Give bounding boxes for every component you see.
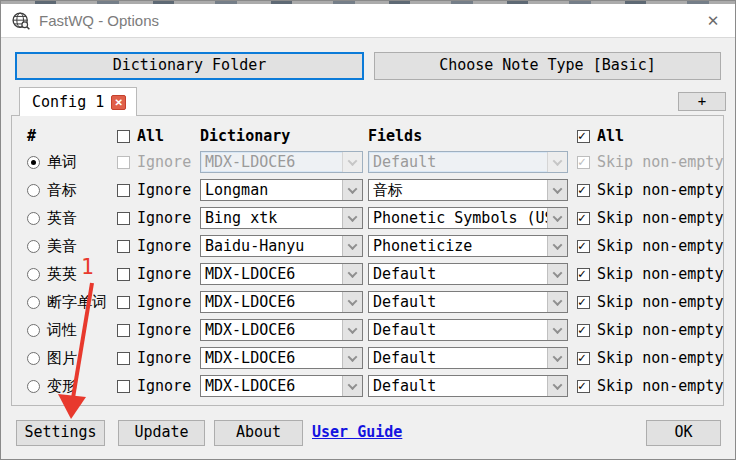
dictionary-select[interactable]: MDX-LDOCE6 [200, 151, 363, 173]
table-row-4: 美音 Ignore Baidu-Hanyu Phoneticize Skip n… [12, 232, 723, 260]
table-row-9: 变形 Ignore MDX-LDOCE6 Default Skip non-em… [12, 372, 723, 400]
row-label: 词性 [47, 321, 77, 340]
header-dictionary: Dictionary [200, 127, 368, 145]
checkbox-icon [577, 352, 590, 365]
ignore-checkbox[interactable]: Ignore [117, 377, 191, 395]
chevron-down-icon [342, 348, 362, 368]
ignore-checkbox[interactable]: Ignore [117, 349, 191, 367]
dictionary-select[interactable]: MDX-LDOCE6 [200, 263, 363, 285]
skip-checkbox[interactable]: Skip non-empty [577, 265, 723, 283]
checkbox-icon [117, 352, 130, 365]
checkbox-icon [577, 380, 590, 393]
options-dialog: FastWQ - Options ✕ Dictionary Folder Cho… [0, 0, 736, 460]
fields-select[interactable]: Default [368, 347, 568, 369]
checkbox-icon [117, 130, 130, 143]
choose-note-type-button[interactable]: Choose Note Type [Basic] [374, 52, 721, 80]
ignore-checkbox[interactable]: Ignore [117, 237, 191, 255]
ignore-checkbox[interactable]: Ignore [117, 293, 191, 311]
chevron-down-icon [547, 348, 567, 368]
table-row-5: 英英 Ignore MDX-LDOCE6 Default Skip non-em… [12, 260, 723, 288]
tab-label: Config 1 [32, 93, 104, 111]
checkbox-icon [577, 156, 590, 169]
chevron-down-icon [547, 292, 567, 312]
checkbox-icon [117, 268, 130, 281]
radio-button[interactable] [27, 352, 40, 365]
dictionary-select[interactable]: MDX-LDOCE6 [200, 291, 363, 313]
chevron-down-icon [547, 236, 567, 256]
update-button[interactable]: Update [118, 420, 205, 446]
fields-select[interactable]: Phoneticize [368, 235, 568, 257]
header-hash: # [27, 127, 117, 145]
table-row-6: 断字单词 Ignore MDX-LDOCE6 Default Skip non-… [12, 288, 723, 316]
ignore-checkbox[interactable]: Ignore [117, 181, 191, 199]
ignore-checkbox[interactable]: Ignore [117, 209, 191, 227]
radio-button[interactable] [27, 380, 40, 393]
row-label: 单词 [47, 153, 77, 172]
skip-checkbox[interactable]: Skip non-empty [577, 237, 723, 255]
checkbox-icon [117, 296, 130, 309]
skip-checkbox[interactable]: Skip non-empty [577, 153, 723, 171]
checkbox-icon [577, 268, 590, 281]
radio-button[interactable] [27, 156, 40, 169]
checkbox-icon [577, 296, 590, 309]
add-config-button[interactable]: + [678, 92, 726, 111]
table-row-7: 词性 Ignore MDX-LDOCE6 Default Skip non-em… [12, 316, 723, 344]
checkbox-icon [117, 240, 130, 253]
user-guide-link[interactable]: User Guide [312, 423, 402, 441]
row-label: 图片 [47, 349, 77, 368]
tab-config-1[interactable]: Config 1 ✕ [19, 87, 137, 116]
checkbox-icon [117, 380, 130, 393]
dictionary-select[interactable]: Longman [200, 179, 363, 201]
skip-checkbox[interactable]: Skip non-empty [577, 349, 723, 367]
dictionary-select[interactable]: MDX-LDOCE6 [200, 375, 363, 397]
fields-select[interactable]: Default [368, 263, 568, 285]
fields-select[interactable]: Default [368, 151, 568, 173]
chevron-down-icon [342, 152, 362, 172]
checkbox-icon [577, 324, 590, 337]
ignore-checkbox[interactable]: Ignore [117, 321, 191, 339]
tab-close-icon[interactable]: ✕ [111, 95, 126, 110]
table-header: # All Dictionary Fields All [12, 124, 723, 148]
ok-button[interactable]: OK [646, 420, 721, 446]
chevron-down-icon [547, 152, 567, 172]
skip-checkbox[interactable]: Skip non-empty [577, 321, 723, 339]
row-label: 断字单词 [47, 293, 107, 312]
checkbox-icon [117, 184, 130, 197]
table-body: 单词 Ignore MDX-LDOCE6 Default Skip non-em… [12, 148, 723, 400]
about-button[interactable]: About [214, 420, 303, 446]
dictionary-folder-button[interactable]: Dictionary Folder [15, 52, 364, 80]
row-label: 英音 [47, 209, 77, 228]
table-row-1: 单词 Ignore MDX-LDOCE6 Default Skip non-em… [12, 148, 723, 176]
config-pane: # All Dictionary Fields All 单词 [11, 115, 724, 406]
skip-checkbox[interactable]: Skip non-empty [577, 377, 723, 395]
fields-select[interactable]: Phonetic Symbols (US) [368, 207, 568, 229]
chevron-down-icon [342, 264, 362, 284]
radio-button[interactable] [27, 240, 40, 253]
radio-button[interactable] [27, 324, 40, 337]
close-icon[interactable]: ✕ [699, 8, 727, 34]
all-skip-checkbox[interactable]: All [577, 127, 624, 145]
radio-button[interactable] [27, 184, 40, 197]
radio-button[interactable] [27, 268, 40, 281]
fields-select[interactable]: Default [368, 291, 568, 313]
dictionary-select[interactable]: MDX-LDOCE6 [200, 347, 363, 369]
dictionary-select[interactable]: Bing xtk [200, 207, 363, 229]
table-row-2: 音标 Ignore Longman 音标 Skip non-empty [12, 176, 723, 204]
radio-button[interactable] [27, 296, 40, 309]
fields-select[interactable]: Default [368, 375, 568, 397]
fields-select[interactable]: Default [368, 319, 568, 341]
chevron-down-icon [547, 208, 567, 228]
fields-select[interactable]: 音标 [368, 179, 568, 201]
chevron-down-icon [342, 320, 362, 340]
chevron-down-icon [547, 180, 567, 200]
dictionary-select[interactable]: Baidu-Hanyu [200, 235, 363, 257]
skip-checkbox[interactable]: Skip non-empty [577, 181, 723, 199]
settings-button[interactable]: Settings [16, 420, 105, 446]
skip-checkbox[interactable]: Skip non-empty [577, 293, 723, 311]
skip-checkbox[interactable]: Skip non-empty [577, 209, 723, 227]
ignore-checkbox[interactable]: Ignore [117, 153, 191, 171]
ignore-checkbox[interactable]: Ignore [117, 265, 191, 283]
radio-button[interactable] [27, 212, 40, 225]
dictionary-select[interactable]: MDX-LDOCE6 [200, 319, 363, 341]
all-ignore-checkbox[interactable]: All [117, 127, 164, 145]
